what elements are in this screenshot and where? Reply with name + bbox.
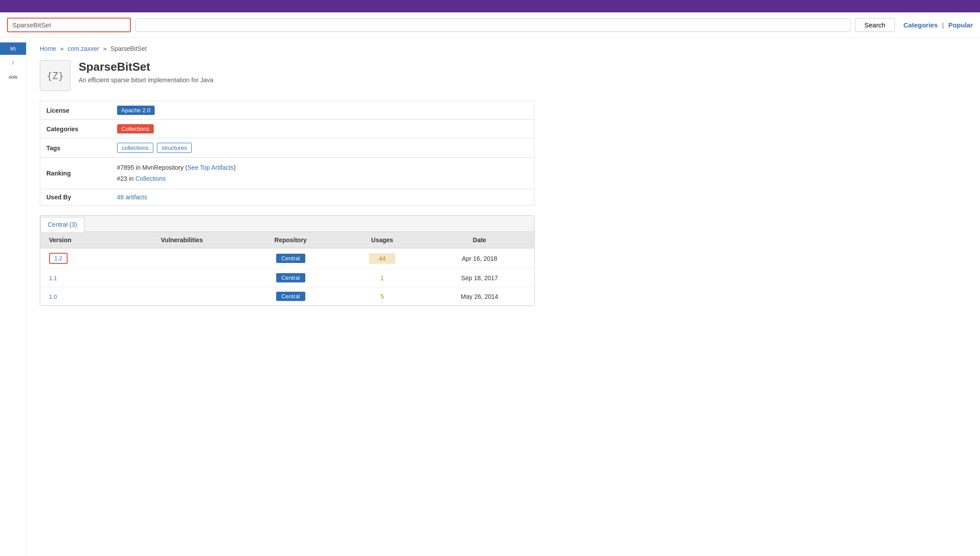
breadcrumb: Home » com.zaxxer » SparseBitSet — [40, 45, 535, 52]
ranking-mvn-line: #7895 in MvnRepository (See Top Artifact… — [117, 162, 528, 173]
artifact-title: SparseBitSet — [79, 60, 213, 74]
breadcrumb-sep1: » — [60, 45, 65, 52]
search-button[interactable]: Search — [855, 18, 895, 32]
breadcrumb-home[interactable]: Home — [40, 45, 56, 52]
ranking-label: Ranking — [40, 158, 111, 189]
info-row-used-by: Used By 48 artifacts — [40, 189, 535, 206]
breadcrumb-group[interactable]: com.zaxxer — [68, 45, 99, 52]
artifact-header: {Z} SparseBitSet An efficient sparse bit… — [40, 60, 535, 91]
version-cell: 1.2 — [40, 248, 122, 269]
sidebar-item-label: / — [12, 60, 14, 65]
date-cell: Apr 16, 2018 — [425, 248, 534, 269]
usages-value-highlighted: 44 — [369, 253, 395, 264]
info-row-tags: Tags collections structures — [40, 138, 535, 158]
url-bar[interactable] — [135, 19, 851, 32]
repository-cell: Central — [242, 248, 340, 269]
search-input[interactable] — [12, 21, 125, 29]
vulnerabilities-cell — [122, 269, 242, 287]
versions-table-body: 1.2Central44Apr 16, 20181.1Central1Sep 1… — [40, 248, 534, 306]
info-row-license: License Apache 2.0 — [40, 101, 535, 120]
artifact-description: An efficient sparse bitset implementatio… — [79, 76, 213, 84]
license-badge[interactable]: Apache 2.0 — [117, 106, 155, 115]
artifact-info: SparseBitSet An efficient sparse bitset … — [79, 60, 213, 84]
col-vulnerabilities: Vulnerabilities — [122, 232, 242, 248]
vulnerabilities-cell — [122, 248, 242, 269]
ranking-value: #7895 in MvnRepository (See Top Artifact… — [111, 158, 535, 189]
tag-structures[interactable]: structures — [157, 143, 192, 153]
used-by-link[interactable]: 48 artifacts — [117, 194, 147, 201]
repository-badge[interactable]: Central — [276, 254, 305, 263]
ranking-mvn-text: #7895 in MvnRepository ( — [117, 164, 188, 171]
sidebar-item-slash[interactable]: / — [0, 57, 26, 69]
categories-link[interactable]: Categories — [904, 21, 938, 29]
versions-header-row: Version Vulnerabilities Repository Usage… — [40, 232, 534, 248]
sidebar-item-tools[interactable]: ools — [0, 71, 26, 83]
breadcrumb-artifact: SparseBitSet — [110, 45, 147, 52]
tags-label: Tags — [40, 138, 111, 158]
col-usages: Usages — [339, 232, 425, 248]
repository-badge[interactable]: Central — [276, 292, 305, 301]
used-by-label: Used By — [40, 189, 111, 206]
info-table: License Apache 2.0 Categories Collection… — [40, 101, 535, 206]
categories-value: Collections — [111, 120, 535, 138]
see-top-artifacts-link[interactable]: See Top Artifacts — [187, 164, 234, 171]
date-cell: Sep 18, 2017 — [425, 269, 534, 287]
sidebar: M) / ools — [0, 38, 27, 556]
versions-table: Version Vulnerabilities Repository Usage… — [40, 232, 534, 305]
versions-table-head: Version Vulnerabilities Repository Usage… — [40, 232, 534, 248]
ranking-collections-text: #23 in — [117, 175, 136, 182]
ranking-mvn-end: ) — [234, 164, 236, 171]
info-row-ranking: Ranking #7895 in MvnRepository (See Top … — [40, 158, 535, 189]
sidebar-item-label: ools — [8, 74, 17, 80]
usages-cell: 5 — [339, 287, 425, 306]
tags-value: collections structures — [111, 138, 535, 158]
layout: M) / ools Home » com.zaxxer » SparseBitS… — [0, 38, 980, 556]
version-link[interactable]: 1.0 — [49, 293, 57, 300]
version-cell: 1.0 — [40, 287, 122, 306]
col-repository: Repository — [242, 232, 340, 248]
vulnerabilities-cell — [122, 287, 242, 306]
sidebar-item-label: M) — [10, 46, 16, 51]
used-by-value: 48 artifacts — [111, 189, 535, 206]
tag-collections[interactable]: collections — [117, 143, 154, 153]
version-row: 1.0Central5May 26, 2014 — [40, 287, 534, 306]
repository-badge[interactable]: Central — [276, 273, 305, 282]
ranking-collections-line: #23 in Collections — [117, 173, 528, 184]
repository-cell: Central — [242, 269, 340, 287]
categories-label: Categories — [40, 120, 111, 138]
usages-value: 1 — [380, 274, 384, 282]
central-tab[interactable]: Central (3) — [40, 217, 84, 232]
search-input-wrapper — [7, 18, 131, 32]
categories-badge[interactable]: Collections — [117, 124, 154, 133]
usages-value: 5 — [380, 293, 384, 300]
date-cell: May 26, 2014 — [425, 287, 534, 306]
sidebar-item-m[interactable]: M) — [0, 42, 26, 55]
col-version: Version — [40, 232, 122, 248]
usages-cell: 44 — [339, 248, 425, 269]
artifact-logo: {Z} — [40, 60, 71, 91]
info-row-categories: Categories Collections — [40, 120, 535, 138]
version-row: 1.2Central44Apr 16, 2018 — [40, 248, 534, 269]
search-area: Search Categories | Popular — [0, 12, 980, 38]
col-date: Date — [425, 232, 534, 248]
repository-cell: Central — [242, 287, 340, 306]
popular-link[interactable]: Popular — [948, 21, 973, 29]
versions-tabs: Central (3) — [40, 216, 534, 232]
license-value: Apache 2.0 — [111, 101, 535, 120]
license-label: License — [40, 101, 111, 120]
breadcrumb-sep2: » — [103, 45, 108, 52]
version-link-highlighted[interactable]: 1.2 — [49, 253, 68, 264]
version-link[interactable]: 1.1 — [49, 275, 57, 282]
versions-section: Central (3) Version Vulnerabilities Repo… — [40, 215, 535, 306]
collections-link[interactable]: Collections — [136, 175, 166, 182]
usages-cell: 1 — [339, 269, 425, 287]
main-content: Home » com.zaxxer » SparseBitSet {Z} Spa… — [27, 38, 548, 556]
nav-links: Categories | Popular — [904, 21, 973, 29]
nav-separator: | — [942, 21, 944, 29]
version-row: 1.1Central1Sep 18, 2017 — [40, 269, 534, 287]
version-cell: 1.1 — [40, 269, 122, 287]
top-nav-bar — [0, 0, 980, 12]
